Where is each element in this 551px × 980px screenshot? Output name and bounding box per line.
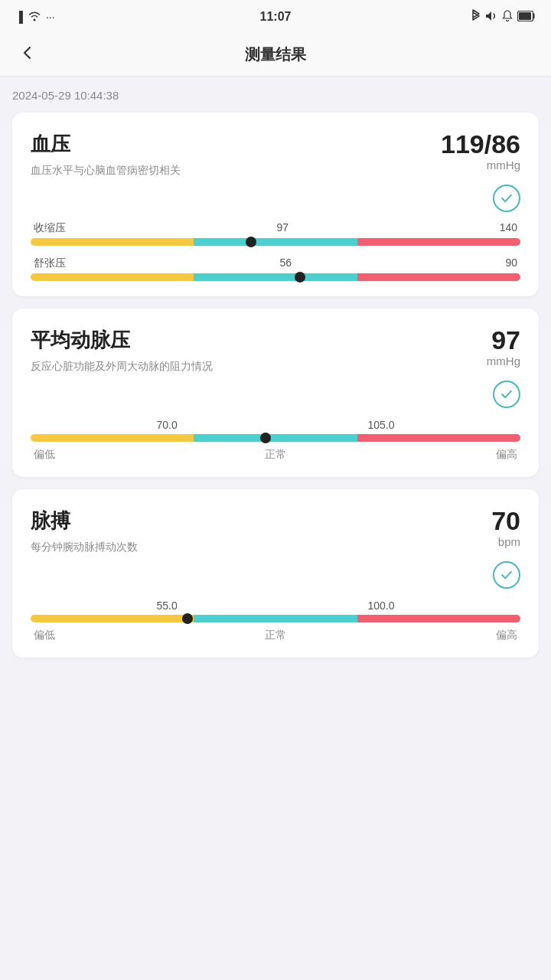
bp-title-block: 血压 血压水平与心脑血管病密切相关 [31,131,181,178]
systolic-red [357,238,520,246]
map-bar-segments [31,434,520,442]
bluetooth-icon [471,9,481,25]
pulse-value-block: 70 bpm [491,508,520,548]
status-bar: ▐ ··· 11:07 [0,0,551,34]
status-left-icons: ▐ ··· [15,11,77,24]
map-bar-labels: 偏低 正常 偏高 [31,448,520,462]
pulse-thumb [182,613,193,624]
status-time: 11:07 [77,10,474,24]
map-right-num: 105.0 [368,419,395,431]
pulse-red [357,615,520,622]
pulse-left-num: 55.0 [156,599,177,612]
bp-value: 119/86 [441,131,520,157]
volume-icon [485,10,497,24]
map-card: 平均动脉压 反应心脏功能及外周大动脉的阻力情况 97 mmHg 70.0 105… [12,309,539,477]
dots-icon: ··· [46,11,55,23]
map-label-low: 偏低 [34,448,195,462]
map-value: 97 [487,327,520,353]
map-red [357,434,520,442]
measurement-timestamp: 2024-05-29 10:44:38 [12,89,539,102]
bp-check-icon [493,185,520,212]
map-card-header: 平均动脉压 反应心脏功能及外周大动脉的阻力情况 97 mmHg [31,327,520,374]
diastolic-yellow [31,273,194,281]
pulse-bar [31,615,520,622]
page-title: 测量结果 [245,44,306,65]
map-desc: 反应心脏功能及外周大动脉的阻力情况 [31,358,213,374]
map-unit: mmHg [487,354,520,368]
status-right-icons [474,9,536,25]
back-button[interactable] [12,38,43,73]
pulse-title: 脉搏 [31,508,138,534]
bp-title: 血压 [31,131,181,158]
pulse-range-nums: 55.0 100.0 [31,599,520,612]
battery-icon [517,11,536,24]
map-left-num: 70.0 [156,419,177,431]
diastolic-cyan [194,273,357,281]
diastolic-range-nums: 舒张压 56 90 [31,256,520,270]
diastolic-red [357,273,520,281]
map-label-high: 偏高 [356,448,517,462]
map-thumb [260,433,271,443]
systolic-range-nums: 收缩压 97 140 [31,221,520,235]
systolic-cyan [194,238,357,246]
pulse-bar-segments [31,615,520,622]
pulse-card-header: 脉搏 每分钟腕动脉搏动次数 70 bpm [31,508,520,555]
systolic-bar [31,238,520,246]
map-cyan [194,434,357,442]
wifi-icon [28,11,41,24]
pulse-right-num: 100.0 [368,599,395,612]
pulse-desc: 每分钟腕动脉搏动次数 [31,539,138,555]
map-value-block: 97 mmHg [487,327,520,368]
pulse-yellow [31,615,194,622]
map-bar-wrapper: 70.0 105.0 偏低 正常 偏高 [31,419,520,462]
blood-pressure-card: 血压 血压水平与心脑血管病密切相关 119/86 mmHg 收缩压 97 140 [12,113,539,296]
systolic-yellow [31,238,194,246]
bp-desc: 血压水平与心脑血管病密切相关 [31,162,181,178]
map-title-block: 平均动脉压 反应心脏功能及外周大动脉的阻力情况 [31,327,213,374]
map-yellow [31,434,194,442]
systolic-bar-wrapper: 收缩压 97 140 [31,221,520,246]
systolic-label: 收缩压 [34,221,66,235]
bp-value-block: 119/86 mmHg [441,131,520,172]
header: 测量结果 [0,34,551,77]
main-content: 2024-05-29 10:44:38 血压 血压水平与心脑血管病密切相关 11… [0,77,551,658]
map-title: 平均动脉压 [31,327,213,354]
diastolic-label: 舒张压 [34,256,66,270]
pulse-value: 70 [491,508,520,534]
diastolic-left-num: 56 [279,256,292,270]
bp-card-header: 血压 血压水平与心脑血管病密切相关 119/86 mmHg [31,131,520,178]
systolic-right-num: 140 [500,221,517,235]
pulse-label-high: 偏高 [356,629,517,642]
systolic-bar-segments [31,238,520,246]
pulse-label-normal: 正常 [195,629,357,642]
pulse-label-low: 偏低 [34,629,195,642]
diastolic-bar-wrapper: 舒张压 56 90 [31,256,520,281]
bp-unit: mmHg [441,158,520,172]
pulse-title-block: 脉搏 每分钟腕动脉搏动次数 [31,508,138,555]
map-label-normal: 正常 [195,448,357,462]
signal-icon: ▐ [15,11,23,23]
pulse-bar-labels: 偏低 正常 偏高 [31,629,520,642]
svg-rect-1 [519,12,531,20]
bell-icon [502,10,513,24]
pulse-cyan [194,615,357,622]
pulse-unit: bpm [491,535,520,548]
map-bar [31,434,520,442]
pulse-check-icon [493,561,520,589]
pulse-card: 脉搏 每分钟腕动脉搏动次数 70 bpm 55.0 100.0 [12,489,539,658]
systolic-thumb [246,237,256,247]
diastolic-right-num: 90 [505,256,517,270]
systolic-left-num: 97 [277,221,289,235]
diastolic-bar-segments [31,273,520,281]
diastolic-thumb [295,272,305,283]
map-check-icon [493,381,520,408]
pulse-bar-wrapper: 55.0 100.0 偏低 正常 偏高 [31,599,520,642]
map-range-nums: 70.0 105.0 [31,419,520,431]
diastolic-bar [31,273,520,281]
